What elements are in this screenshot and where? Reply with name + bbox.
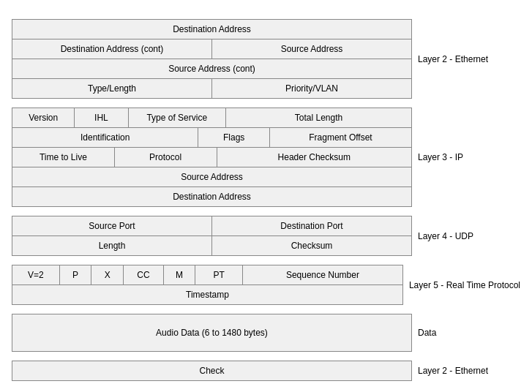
layer-label: Layer 2 - Ethernet: [418, 366, 520, 376]
packet-cell: Fragment Offset: [270, 128, 411, 147]
packet-row: Source PortDestination Port: [12, 216, 411, 236]
packet-cell: Destination Address (cont): [12, 39, 212, 59]
packet-cell: IHL: [75, 108, 128, 127]
packet-row: Destination Address: [12, 20, 411, 39]
packet-cell: Timestamp: [12, 285, 402, 304]
packet-cell: Header Checksum: [217, 148, 412, 167]
packet-block: Source PortDestination PortLengthChecksu…: [12, 216, 412, 256]
layer-group: V=2PXCCMPTSequence NumberTimestampLayer …: [12, 265, 520, 305]
packet-cell: Source Address: [212, 39, 411, 59]
layer-group: Audio Data (6 to 1480 bytes)Data: [12, 314, 520, 352]
packet-cell: Audio Data (6 to 1480 bytes): [12, 314, 411, 351]
packet-cell: Length: [12, 236, 212, 255]
packet-block: Audio Data (6 to 1480 bytes): [12, 314, 412, 352]
packet-cell: PT: [195, 265, 243, 284]
packet-cell: Source Address (cont): [12, 59, 411, 78]
packet-cell: Check: [12, 361, 411, 380]
packet-row: LengthChecksum: [12, 236, 411, 255]
packet-cell: P: [60, 265, 92, 284]
packet-row: Destination Address (cont)Source Address: [12, 39, 411, 59]
layer-label: Layer 3 - IP: [418, 152, 520, 162]
layer-group: CheckLayer 2 - Ethernet: [12, 361, 520, 381]
packet-cell: CC: [124, 265, 163, 284]
layer-label: Layer 5 - Real Time Protocol: [409, 280, 520, 290]
packet-cell: V=2: [12, 265, 60, 284]
packet-cell: Destination Port: [212, 216, 411, 235]
packet-row: Check: [12, 361, 411, 380]
packet-cell: Version: [12, 108, 75, 127]
packet-cell: Sequence Number: [243, 265, 402, 284]
packet-row: Source Address: [12, 167, 411, 187]
packet-row: Timestamp: [12, 285, 402, 304]
packet-cell: Time to Live: [12, 148, 115, 167]
packet-cell: X: [91, 265, 124, 284]
packet-cell: Identification: [12, 128, 198, 147]
packet-cell: Destination Address: [12, 187, 411, 206]
layer-label: Layer 4 - UDP: [418, 231, 520, 241]
packet-cell: Type of Service: [129, 108, 226, 127]
layer-group: Source PortDestination PortLengthChecksu…: [12, 216, 520, 256]
packet-cell: Destination Address: [12, 20, 411, 39]
packet-block: Destination AddressDestination Address (…: [12, 19, 412, 99]
packet-row: Type/LengthPriority/VLAN: [12, 79, 411, 98]
packet-cell: M: [164, 265, 196, 284]
packet-block: V=2PXCCMPTSequence NumberTimestamp: [12, 265, 403, 305]
packet-cell: Priority/VLAN: [212, 79, 411, 98]
packet-row: VersionIHLType of ServiceTotal Length: [12, 108, 411, 128]
packet-cell: Source Address: [12, 167, 411, 186]
packet-cell: Total Length: [226, 108, 411, 127]
packet-block: Check: [12, 361, 412, 381]
layer-group: VersionIHLType of ServiceTotal LengthIde…: [12, 108, 520, 207]
network-diagram: Destination AddressDestination Address (…: [12, 12, 520, 388]
packet-row: Time to LiveProtocolHeader Checksum: [12, 148, 411, 167]
packet-cell: Protocol: [115, 148, 217, 167]
packet-block: VersionIHLType of ServiceTotal LengthIde…: [12, 108, 412, 207]
packet-cell: Flags: [198, 128, 270, 147]
packet-row: Audio Data (6 to 1480 bytes): [12, 314, 411, 351]
packet-cell: Source Port: [12, 216, 212, 235]
packet-row: Destination Address: [12, 187, 411, 206]
packet-row: V=2PXCCMPTSequence Number: [12, 265, 402, 285]
packet-row: Source Address (cont): [12, 59, 411, 79]
packet-cell: Checksum: [212, 236, 411, 255]
layer-label: Data: [418, 328, 520, 338]
packet-row: IdentificationFlagsFragment Offset: [12, 128, 411, 148]
layer-label: Layer 2 - Ethernet: [418, 54, 520, 64]
layer-group: Destination AddressDestination Address (…: [12, 19, 520, 99]
packet-cell: Type/Length: [12, 79, 212, 98]
